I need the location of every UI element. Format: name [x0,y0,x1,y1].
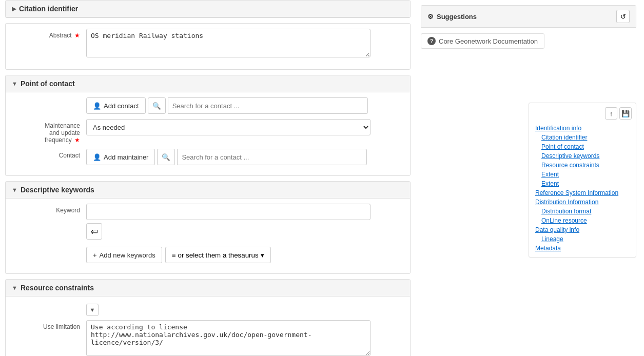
abstract-body: Abstract ★ OS meridian Railway stations [6,24,410,69]
abstract-row: Abstract ★ OS meridian Railway stations [12,29,404,59]
keyword-input[interactable]: OS meridian,railway,stations [86,204,370,220]
nav-panel-header: ↑ 💾 [533,107,632,120]
add-maintainer-button[interactable]: 👤 Add maintainer [86,149,155,165]
abstract-control: OS meridian Railway stations [86,29,404,59]
search-maintainer-button[interactable]: 🔍 [157,149,175,165]
add-contact-control: 👤 Add contact 🔍 [86,97,404,114]
user-icon-add: 👤 [93,102,101,110]
use-limitation-control: Use according to license http://www.nati… [86,320,404,356]
nav-item-extent-2[interactable]: Extent [533,179,632,188]
maintenance-label: Maintenanceand updatefrequency ★ [12,119,86,144]
dk-body: Keyword OS meridian,railway,stations 🏷 [6,199,410,273]
rc1-title: Resource constraints [21,284,94,292]
contact-row: Contact 👤 Add maintainer 🔍 [12,149,404,165]
add-contact-row: 👤 Add contact 🔍 [12,97,404,114]
tag-icon: 🏷 [91,228,97,235]
point-of-contact-header[interactable]: ▼ Point of contact [6,75,410,92]
list-icon-thesaurus: ≡ [172,251,176,259]
rc1-chevron: ▼ [12,285,17,291]
suggestions-title: ⚙ Suggestions [427,13,477,21]
caret-down-icon: ▾ [261,251,264,259]
abstract-textarea[interactable]: OS meridian Railway stations [86,29,370,57]
maintenance-row: Maintenanceand updatefrequency ★ As need… [12,119,404,144]
maintenance-required: ★ [74,136,80,144]
nav-panel: ↑ 💾 Identification info Citation identif… [529,103,636,258]
citation-identifier-chevron: ▶ [12,6,16,12]
refresh-icon: ↺ [620,13,626,21]
rc1-collapse-chevron: ▼ [90,307,95,313]
rc1-collapse-row: ▼ [86,304,404,316]
nav-save-button[interactable]: 💾 [619,107,632,120]
nav-up-icon: ↑ [610,110,613,117]
use-limitation-textarea[interactable]: Use according to license http://www.nati… [86,320,370,356]
nav-item-resource-constraints[interactable]: Resource constraints [533,161,632,170]
docs-button[interactable]: ? Core Geonetwork Documentation [421,33,544,49]
contact-label: Contact [12,149,86,159]
nav-item-descriptive-keywords[interactable]: Descriptive keywords [533,151,632,161]
question-icon-docs: ? [427,37,436,45]
add-contact-button[interactable]: 👤 Add contact [86,97,146,114]
poc-title: Point of contact [21,80,75,88]
add-new-keywords-button[interactable]: + Add new keywords [86,247,162,263]
suggestions-box: ⚙ Suggestions ↺ [421,5,636,28]
nav-item-lineage[interactable]: Lineage [533,234,632,244]
search-icon-contact: 🔍 [152,102,161,110]
dk-title: Descriptive keywords [21,186,94,194]
search-contact-button[interactable]: 🔍 [148,97,166,114]
maintenance-control: As needed Continual Daily Weekly Monthly… [86,119,404,135]
use-limitation-row: Use limitation Use according to license … [12,320,404,356]
dk-chevron: ▼ [12,187,17,193]
poc-body: 👤 Add contact 🔍 Maintenanceand updatefre… [6,92,410,175]
nav-items-list: Identification info Citation identifier … [533,124,632,253]
nav-item-citation-identifier[interactable]: Citation identifier [533,133,632,142]
suggestions-refresh-button[interactable]: ↺ [616,10,630,23]
nav-item-distribution-format[interactable]: Distribution format [533,207,632,216]
citation-identifier-title: Citation identifier [19,5,78,13]
keyword-actions-label [12,245,86,248]
descriptive-keywords-section: ▼ Descriptive keywords Keyword OS meridi… [5,181,411,274]
select-thesaurus-button[interactable]: ≡ or select them a thesaurus ▾ [165,247,271,263]
citation-identifier-section: ▶ Citation identifier [5,0,411,18]
abstract-section: Abstract ★ OS meridian Railway stations [5,23,411,70]
keyword-row: Keyword OS meridian,railway,stations 🏷 [12,204,404,240]
nav-item-identification-info[interactable]: Identification info [533,124,632,133]
nav-up-button[interactable]: ↑ [605,107,617,120]
search-contact-input[interactable] [168,97,368,114]
keyword-actions-control: + Add new keywords ≡ or select them a th… [86,247,404,263]
suggestions-header: ⚙ Suggestions ↺ [421,6,636,28]
add-contact-label [12,97,86,101]
nav-save-icon: 💾 [621,110,630,117]
search-icon-maintainer: 🔍 [162,153,170,161]
keyword-control: OS meridian,railway,stations 🏷 [86,204,404,240]
search-maintainer-input[interactable] [177,149,367,165]
nav-item-distribution-info[interactable]: Distribution Information [533,197,632,207]
resource-constraints-header-1[interactable]: ▼ Resource constraints [6,280,410,296]
contact-control: 👤 Add maintainer 🔍 [86,149,404,165]
abstract-required: ★ [74,32,80,39]
user-icon-maintainer: 👤 [93,153,101,161]
citation-identifier-header[interactable]: ▶ Citation identifier [6,1,410,17]
resource-constraints-section-1: ▼ Resource constraints ▼ Use limitation … [5,279,411,356]
keyword-label: Keyword [12,204,86,214]
nav-item-point-of-contact[interactable]: Point of contact [533,142,632,151]
nav-item-metadata[interactable]: Metadata [533,244,632,253]
abstract-label: Abstract ★ [12,29,86,39]
descriptive-keywords-header[interactable]: ▼ Descriptive keywords [6,182,410,199]
right-panel: ⚙ Suggestions ↺ ? Core Geonetwork Docume… [416,0,641,356]
nav-item-online-resource[interactable]: OnLine resource [533,216,632,225]
point-of-contact-section: ▼ Point of contact 👤 Add contact 🔍 [5,75,411,176]
poc-chevron: ▼ [12,81,17,87]
nav-item-data-quality[interactable]: Data quality info [533,225,632,234]
use-limitation-label: Use limitation [12,320,86,330]
gear-icon-suggestions: ⚙ [427,13,434,21]
maintenance-select[interactable]: As needed Continual Daily Weekly Monthly… [86,119,370,135]
tag-button[interactable]: 🏷 [86,223,102,240]
nav-item-reference-system[interactable]: Reference System Information [533,188,632,197]
nav-item-extent-1[interactable]: Extent [533,170,632,179]
rc1-body: ▼ Use limitation Use according to licens… [6,296,410,356]
plus-icon-keywords: + [93,251,97,259]
rc1-collapse-button[interactable]: ▼ [86,304,99,316]
keyword-actions-row: + Add new keywords ≡ or select them a th… [12,245,404,263]
